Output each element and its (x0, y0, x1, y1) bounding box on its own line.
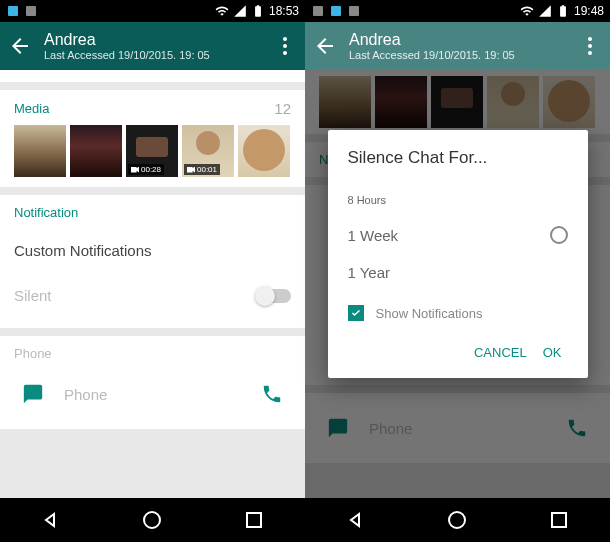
right-phone-screen: 19:48 Andrea Last Accessed 19/10/2015. 1… (305, 0, 610, 542)
contact-name: Andrea (44, 31, 273, 49)
app-bar-title: Andrea Last Accessed 19/10/2015. 19: 05 (44, 31, 273, 61)
status-bar: 19:48 (305, 0, 610, 22)
svg-point-0 (144, 512, 160, 528)
content-area: Media 12 00:28 00:01 Notification Custom… (0, 70, 305, 498)
app-bar: Andrea Last Accessed 19/10/2015. 19: 05 (0, 22, 305, 70)
video-duration-badge: 00:28 (128, 164, 164, 175)
svg-point-2 (449, 512, 465, 528)
radio-option-1-week[interactable]: 1 Week (348, 216, 568, 254)
dialog-actions: CANCEL OK (348, 329, 568, 368)
media-thumbnail[interactable] (238, 125, 290, 177)
nav-bar (305, 498, 610, 542)
checkbox-checked-icon (348, 305, 364, 321)
back-button[interactable] (8, 34, 32, 58)
notif-icon (347, 4, 361, 18)
notification-header: Notification (14, 205, 78, 220)
nav-back-button[interactable] (39, 508, 63, 532)
last-accessed: Last Accessed 19/10/2015. 19: 05 (44, 49, 273, 61)
dialog-scrim[interactable]: Silence Chat For... 8 Hours 1 Week 1 Yea… (305, 70, 610, 498)
silent-label: Silent (14, 287, 52, 304)
wifi-icon (520, 4, 534, 18)
battery-icon (251, 4, 265, 18)
silent-toggle[interactable] (257, 289, 291, 303)
svg-rect-3 (552, 513, 566, 527)
ok-button[interactable]: OK (537, 337, 568, 368)
wifi-icon (215, 4, 229, 18)
phone-row: Phone (14, 369, 291, 419)
left-phone-screen: 18:53 Andrea Last Accessed 19/10/2015. 1… (0, 0, 305, 542)
svg-rect-1 (247, 513, 261, 527)
phone-number-label: Phone (44, 386, 261, 403)
phone-section: Phone Phone (0, 336, 305, 429)
radio-option-1-year[interactable]: 1 Year (348, 254, 568, 291)
battery-icon (556, 4, 570, 18)
notif-icon (329, 4, 343, 18)
media-count: 12 (274, 100, 291, 117)
notification-section: Notification Custom Notifications Silent (0, 195, 305, 328)
message-icon[interactable] (22, 383, 44, 405)
notif-icon (6, 4, 20, 18)
notif-icon (24, 4, 38, 18)
clock: 19:48 (574, 4, 604, 18)
dialog-title: Silence Chat For... (348, 148, 568, 168)
signal-icon (538, 4, 552, 18)
radio-option-8-hours[interactable]: 8 Hours (348, 184, 568, 216)
overflow-menu-button[interactable] (273, 34, 297, 58)
nav-recent-button[interactable] (547, 508, 571, 532)
media-thumbnail[interactable]: 00:01 (182, 125, 234, 177)
back-button (313, 34, 337, 58)
last-accessed: Last Accessed 19/10/2015. 19: 05 (349, 49, 578, 61)
signal-icon (233, 4, 247, 18)
silent-row[interactable]: Silent (14, 273, 291, 318)
media-section[interactable]: Media 12 00:28 00:01 (0, 90, 305, 187)
app-bar: Andrea Last Accessed 19/10/2015. 19: 05 (305, 22, 610, 70)
radio-indicator (550, 226, 568, 244)
media-thumbnail[interactable]: 00:28 (126, 125, 178, 177)
nav-bar (0, 498, 305, 542)
notif-icon (311, 4, 325, 18)
silence-dialog: Silence Chat For... 8 Hours 1 Week 1 Yea… (328, 130, 588, 378)
contact-name: Andrea (349, 31, 578, 49)
nav-back-button[interactable] (344, 508, 368, 532)
media-label: Media (14, 101, 49, 116)
media-thumbnails: 00:28 00:01 (14, 125, 291, 177)
clock: 18:53 (269, 4, 299, 18)
video-duration-badge: 00:01 (184, 164, 220, 175)
overflow-menu-button (578, 34, 602, 58)
nav-home-button[interactable] (140, 508, 164, 532)
status-bar: 18:53 (0, 0, 305, 22)
phone-header: Phone (14, 346, 52, 361)
cancel-button[interactable]: CANCEL (468, 337, 533, 368)
media-thumbnail[interactable] (70, 125, 122, 177)
custom-notifications-label: Custom Notifications (14, 242, 152, 259)
show-notifications-checkbox-row[interactable]: Show Notifications (348, 291, 568, 329)
nav-recent-button[interactable] (242, 508, 266, 532)
show-notifications-label: Show Notifications (376, 306, 483, 321)
call-icon[interactable] (261, 383, 283, 405)
nav-home-button[interactable] (445, 508, 469, 532)
custom-notifications-row[interactable]: Custom Notifications (14, 228, 291, 273)
media-thumbnail[interactable] (14, 125, 66, 177)
